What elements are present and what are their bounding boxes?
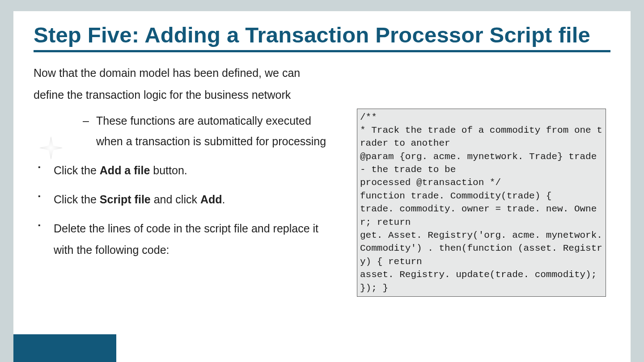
slide-outer: Step Five: Adding a Transaction Processo… [0,0,644,362]
step-3: Delete the lines of code in the script f… [34,218,333,261]
four-point-star-icon [39,136,63,160]
step-1-bold: Add a file [100,164,150,177]
intro-text: Now that the domain model has been defin… [13,62,353,106]
slide-inner: Step Five: Adding a Transaction Processo… [13,11,631,362]
step-1-part-a: Click the [54,164,100,177]
steps-list: Click the Add a file button. Click the S… [34,160,333,261]
step-2-bold-1: Script file [100,193,151,206]
step-2-part-a: Click the [54,193,100,206]
right-column: /** * Track the trade of a commodity fro… [353,106,631,297]
step-2-part-e: . [222,193,225,206]
subpoint: These functions are automatically execut… [34,110,333,152]
left-column: These functions are automatically execut… [13,106,353,297]
content-row: These functions are automatically execut… [13,106,631,297]
step-1-part-c: button. [150,164,187,177]
footer-accent-bar [13,334,116,362]
step-1: Click the Add a file button. [34,160,333,181]
step-2-bold-2: Add [200,193,222,206]
slide-title: Step Five: Adding a Transaction Processo… [13,11,631,50]
code-block: /** * Track the trade of a commodity fro… [357,109,606,297]
step-2: Click the Script file and click Add. [34,189,333,210]
title-rule [34,50,610,52]
step-2-part-c: and click [151,193,200,206]
